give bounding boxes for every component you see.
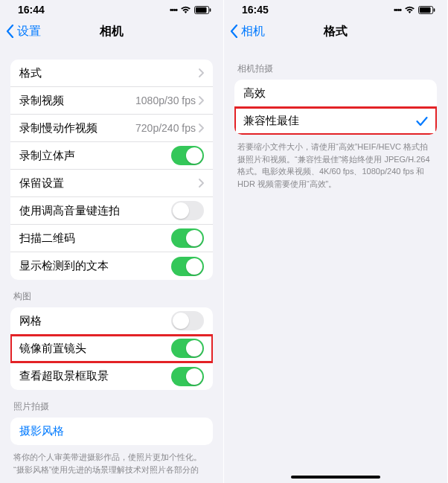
- back-label: 相机: [241, 24, 265, 39]
- row-detail: 1080p/30 fps: [135, 95, 196, 106]
- section-header-camera-capture: 相机拍摄: [234, 46, 437, 80]
- row-label: 网格: [19, 314, 171, 328]
- toggle-mirror-front[interactable]: [171, 339, 204, 358]
- wifi-icon: [404, 6, 415, 14]
- back-label: 设置: [17, 24, 41, 39]
- row-label: 格式: [19, 66, 199, 80]
- status-bar: 16:44 ••••: [0, 0, 223, 16]
- row-label: 录制慢动作视频: [19, 121, 135, 135]
- row-view-outside-frame[interactable]: 查看超取景框取景: [10, 362, 213, 390]
- row-label: 录制立体声: [19, 149, 171, 163]
- section-header-photo-capture: 照片拍摄: [10, 390, 213, 418]
- formats-screen: 16:45 •••• 相机 格式 相机拍摄 高效 兼容性最佳 若要缩小文件大小，…: [224, 0, 448, 483]
- status-bar: 16:45 ••••: [224, 0, 447, 16]
- camera-settings-screen: 16:44 •••• 设置 相机 格式 录制视频 1080p/30 fps: [0, 0, 224, 483]
- row-most-compatible[interactable]: 兼容性最佳: [234, 107, 437, 135]
- row-detect-text[interactable]: 显示检测到的文本: [10, 252, 213, 280]
- svg-rect-2: [210, 8, 211, 12]
- row-label: 兼容性最佳: [243, 114, 416, 128]
- row-photographic-styles[interactable]: 摄影风格: [10, 418, 213, 445]
- back-button[interactable]: 相机: [230, 24, 265, 39]
- wifi-icon: [180, 6, 191, 14]
- toggle-detect-text[interactable]: [171, 257, 204, 276]
- settings-scroll[interactable]: 格式 录制视频 1080p/30 fps 录制慢动作视频 720p/240 fp…: [0, 46, 223, 476]
- row-stereo-audio[interactable]: 录制立体声: [10, 142, 213, 170]
- status-indicators: ••••: [170, 6, 211, 14]
- row-scan-qr[interactable]: 扫描二维码: [10, 225, 213, 252]
- status-time: 16:45: [242, 4, 269, 16]
- cellular-icon: ••••: [170, 6, 177, 14]
- row-grid[interactable]: 网格: [10, 307, 213, 335]
- cellular-icon: ••••: [394, 6, 401, 14]
- group-capture-format: 高效 兼容性最佳: [234, 80, 437, 135]
- chevron-right-icon: [199, 68, 204, 77]
- status-time: 16:44: [18, 4, 45, 16]
- row-label: 录制视频: [19, 94, 135, 108]
- row-label: 镜像前置镜头: [19, 342, 171, 356]
- settings-scroll[interactable]: 相机拍摄 高效 兼容性最佳 若要缩小文件大小，请使用“高效”HEIF/HEVC …: [224, 46, 447, 190]
- row-record-video[interactable]: 录制视频 1080p/30 fps: [10, 87, 213, 115]
- page-title: 格式: [324, 24, 348, 39]
- toggle-volume-burst[interactable]: [171, 201, 204, 220]
- svg-rect-1: [196, 7, 207, 12]
- nav-bar: 相机 格式: [224, 16, 447, 46]
- row-label: 查看超取景框取景: [19, 369, 171, 383]
- battery-icon: [194, 6, 211, 14]
- group-composition: 网格 镜像前置镜头 查看超取景框取景: [10, 307, 213, 390]
- row-high-efficiency[interactable]: 高效: [234, 80, 437, 107]
- checkmark-icon: [416, 116, 428, 127]
- svg-rect-5: [434, 8, 435, 12]
- footer-formats: 若要缩小文件大小，请使用“高效”HEIF/HEVC 格式拍摄照片和视频。“兼容性…: [234, 135, 437, 190]
- svg-rect-4: [420, 7, 431, 12]
- row-volume-burst[interactable]: 使用调高音量键连拍: [10, 197, 213, 225]
- page-title: 相机: [100, 24, 124, 39]
- row-label: 保留设置: [19, 176, 199, 191]
- group-main: 格式 录制视频 1080p/30 fps 录制慢动作视频 720p/240 fp…: [10, 60, 213, 280]
- row-mirror-front-camera[interactable]: 镜像前置镜头: [10, 335, 213, 362]
- toggle-grid[interactable]: [171, 311, 204, 330]
- row-label: 摄影风格: [19, 424, 204, 438]
- status-indicators: ••••: [394, 6, 435, 14]
- row-label: 高效: [243, 86, 428, 100]
- chevron-left-icon: [6, 25, 14, 38]
- toggle-scan-qr[interactable]: [171, 228, 204, 248]
- section-header-composition: 构图: [10, 280, 213, 307]
- chevron-right-icon: [199, 96, 204, 105]
- nav-bar: 设置 相机: [0, 16, 223, 46]
- chevron-left-icon: [230, 25, 238, 38]
- toggle-stereo-audio[interactable]: [171, 146, 204, 165]
- group-photo-capture: 摄影风格: [10, 418, 213, 445]
- footer-photographic-styles: 将你的个人审美带进摄影作品，使照片更加个性化。“摄影风格”使用先进的场景理解技术…: [10, 445, 213, 476]
- row-label: 扫描二维码: [19, 231, 171, 246]
- chevron-right-icon: [199, 179, 204, 188]
- chevron-right-icon: [199, 124, 204, 132]
- row-detail: 720p/240 fps: [135, 122, 196, 134]
- row-record-slomo[interactable]: 录制慢动作视频 720p/240 fps: [10, 115, 213, 142]
- back-button[interactable]: 设置: [6, 24, 41, 39]
- row-label: 使用调高音量键连拍: [19, 204, 171, 218]
- row-formats[interactable]: 格式: [10, 60, 213, 87]
- toggle-outside-frame[interactable]: [171, 367, 204, 386]
- home-indicator[interactable]: [291, 476, 380, 479]
- row-label: 显示检测到的文本: [19, 259, 171, 273]
- row-preserve-settings[interactable]: 保留设置: [10, 170, 213, 197]
- battery-icon: [418, 6, 435, 14]
